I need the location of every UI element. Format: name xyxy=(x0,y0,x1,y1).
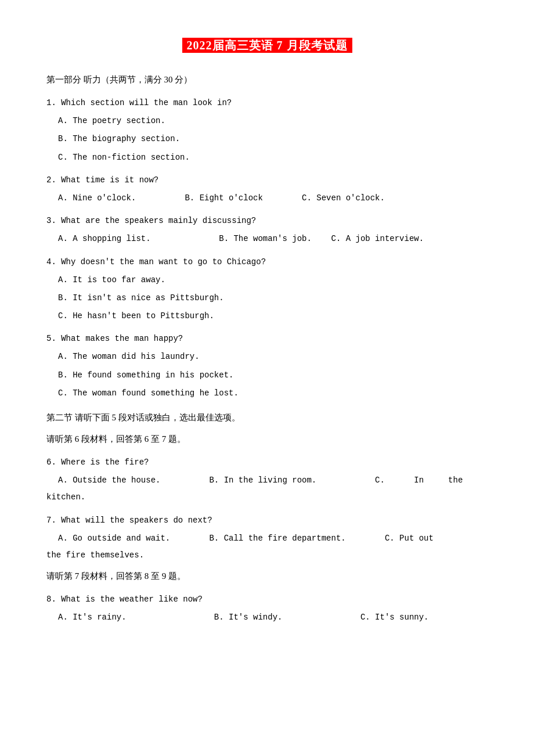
question-8-options: A. It's rainy. B. It's windy. C. It's su… xyxy=(46,610,488,625)
question-3: 3. What are the speakers mainly discussi… xyxy=(46,214,488,246)
q1-option-c: C. The non-fiction section. xyxy=(58,150,488,165)
question-3-text: 3. What are the speakers mainly discussi… xyxy=(46,214,488,228)
question-7: 7. What will the speakers do next? A. Go… xyxy=(46,513,488,563)
section2-header: 第二节 请听下面 5 段对话或独白，选出最佳选项。 xyxy=(46,410,488,426)
question-7-options-line2: the fire themselves. xyxy=(46,548,488,563)
question-2-options: A. Nine o'clock. B. Eight o'clock C. Sev… xyxy=(46,191,488,206)
question-1-options: A. The poetry section. B. The biography … xyxy=(46,114,488,165)
q5-option-a: A. The woman did his laundry. xyxy=(58,350,488,364)
question-3-options: A. A shopping list. B. The woman's job. … xyxy=(46,232,488,246)
question-7-text: 7. What will the speakers do next? xyxy=(46,513,488,528)
q4-option-c: C. He hasn't been to Pittsburgh. xyxy=(58,309,488,323)
question-5-text: 5. What makes the man happy? xyxy=(46,332,488,346)
question-4-options: A. It is too far away. B. It isn't as ni… xyxy=(46,273,488,324)
question-5: 5. What makes the man happy? A. The woma… xyxy=(46,332,488,401)
q5-option-b: B. He found something in his pocket. xyxy=(58,368,488,383)
q4-option-a: A. It is too far away. xyxy=(58,273,488,287)
page-title: 2022届高三英语 7 月段考试题 xyxy=(46,35,488,56)
question-7-options-line1: A. Go outside and wait. B. Call the fire… xyxy=(46,531,488,546)
question-8: 8. What is the weather like now? A. It's… xyxy=(46,592,488,625)
question-1: 1. Which section will the man look in? A… xyxy=(46,96,488,165)
question-4-text: 4. Why doesn't the man want to go to Chi… xyxy=(46,255,488,269)
question-2-text: 2. What time is it now? xyxy=(46,173,488,188)
question-6: 6. Where is the fire? A. Outside the hou… xyxy=(46,455,488,505)
question-8-text: 8. What is the weather like now? xyxy=(46,592,488,607)
q5-option-c: C. The woman found something he lost. xyxy=(58,386,488,401)
q4-option-b: B. It isn't as nice as Pittsburgh. xyxy=(58,291,488,305)
q1-option-a: A. The poetry section. xyxy=(58,114,488,128)
question-6-options-line1: A. Outside the house. B. In the living r… xyxy=(46,473,488,488)
question-1-text: 1. Which section will the man look in? xyxy=(46,96,488,110)
question-6-text: 6. Where is the fire? xyxy=(46,455,488,470)
part1-header: 第一部分 听力（共两节，满分 30 分） xyxy=(46,72,488,88)
section-note-1: 请听第 6 段材料，回答第 6 至 7 题。 xyxy=(46,431,488,447)
q1-option-b: B. The biography section. xyxy=(58,132,488,146)
question-4: 4. Why doesn't the man want to go to Chi… xyxy=(46,255,488,324)
question-2: 2. What time is it now? A. Nine o'clock.… xyxy=(46,173,488,206)
question-6-options-line2: kitchen. xyxy=(46,490,488,505)
question-5-options: A. The woman did his laundry. B. He foun… xyxy=(46,350,488,401)
section-note-2: 请听第 7 段材料，回答第 8 至 9 题。 xyxy=(46,568,488,584)
